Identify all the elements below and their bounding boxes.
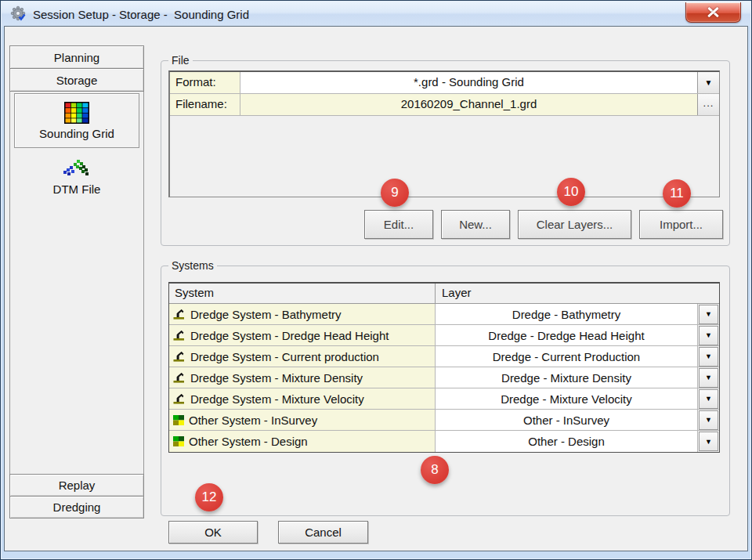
sidebar-tab-dredging[interactable]: Dredging	[9, 496, 144, 518]
format-dropdown-button[interactable]: ▼	[697, 72, 719, 93]
chevron-down-icon: ▼	[705, 331, 712, 339]
table-header: System Layer	[169, 284, 719, 304]
chevron-down-icon: ▼	[705, 310, 712, 318]
sidebar-tab-replay[interactable]: Replay	[9, 474, 144, 497]
system-cell[interactable]: Dredge System - Dredge Head Height	[169, 325, 436, 345]
systems-table: System Layer Dredge System - BathymetryD…	[168, 282, 720, 453]
sidebar-tab-label: Replay	[59, 479, 96, 492]
file-group-label: File	[168, 54, 193, 67]
chevron-down-icon: ▼	[705, 352, 712, 360]
sidebar-tab-storage[interactable]: Storage	[9, 68, 144, 92]
sidebar-item-label: DTM File	[53, 182, 101, 196]
edit-button[interactable]: Edit...	[364, 210, 433, 239]
column-header-layer: Layer	[436, 284, 719, 303]
import-button[interactable]: Import...	[639, 210, 723, 239]
table-row: Dredge System - Mixture DensityDredge - …	[169, 367, 719, 388]
system-cell[interactable]: Dredge System - Mixture Density	[169, 367, 436, 388]
layer-cell[interactable]: Dredge - Current Production	[436, 346, 698, 367]
chevron-down-icon: ▼	[705, 374, 712, 381]
sidebar-tab-label: Dredging	[53, 500, 101, 514]
system-cell[interactable]: Dredge System - Mixture Velocity	[169, 388, 436, 409]
system-cell-label: Other System - Design	[189, 435, 308, 448]
table-row: Other System - InSurveyOther - InSurvey▼	[169, 410, 719, 431]
dredge-system-icon	[173, 372, 186, 383]
system-cell-label: Dredge System - Mixture Density	[190, 371, 363, 385]
annotation-badge-11: 11	[663, 179, 691, 208]
system-cell-label: Dredge System - Bathymetry	[190, 308, 342, 321]
systems-group-label: Systems	[168, 259, 217, 272]
layer-dropdown-button[interactable]: ▼	[699, 432, 718, 451]
chevron-down-icon: ▼	[705, 438, 712, 446]
annotation-badge-12: 12	[195, 483, 223, 511]
layer-dropdown-button[interactable]: ▼	[699, 389, 718, 409]
browse-button[interactable]: ...	[697, 94, 719, 115]
layer-dropdown: ▼	[698, 410, 719, 430]
system-cell[interactable]: Other System - Design	[169, 431, 436, 452]
layer-dropdown-button[interactable]: ▼	[699, 326, 718, 345]
dredge-system-icon	[173, 330, 186, 341]
dredge-system-icon	[173, 309, 186, 320]
filename-label: Filename:	[170, 94, 240, 115]
format-label: Format:	[170, 72, 240, 93]
close-button[interactable]	[685, 2, 741, 23]
clear-layers-button[interactable]: Clear Layers...	[518, 210, 631, 239]
dialog-window: Session Setup - Storage - Sounding Grid …	[0, 0, 752, 560]
system-cell-label: Dredge System - Dredge Head Height	[190, 329, 389, 342]
sidebar: Planning Storage Sounding Grid	[9, 45, 144, 518]
table-row: Dredge System - BathymetryDredge - Bathy…	[169, 304, 719, 325]
sidebar-item-sounding-grid[interactable]: Sounding Grid	[14, 93, 139, 148]
sounding-grid-icon	[64, 102, 89, 124]
dredge-system-icon	[173, 351, 186, 362]
layer-dropdown-button[interactable]: ▼	[699, 347, 718, 367]
format-value[interactable]: *.grd - Sounding Grid	[240, 72, 697, 93]
titlebar[interactable]: Session Setup - Storage - Sounding Grid	[2, 2, 750, 27]
table-row: Dredge System - Current productionDredge…	[169, 346, 719, 367]
layer-cell[interactable]: Dredge - Mixture Velocity	[436, 388, 698, 409]
system-cell-label: Dredge System - Mixture Velocity	[190, 392, 364, 406]
other-system-icon	[173, 436, 184, 446]
column-header-system: System	[169, 284, 436, 303]
system-cell[interactable]: Other System - InSurvey	[169, 410, 436, 430]
sidebar-tab-label: Storage	[56, 74, 98, 87]
table-row: Dredge System - Dredge Head HeightDredge…	[169, 325, 719, 346]
dredge-system-icon	[173, 393, 186, 404]
sidebar-tab-label: Planning	[54, 51, 99, 64]
layer-dropdown: ▼	[698, 388, 719, 409]
system-cell[interactable]: Dredge System - Bathymetry	[169, 304, 436, 324]
layer-dropdown-button[interactable]: ▼	[699, 410, 718, 430]
dtm-file-icon	[61, 157, 92, 179]
app-gear-icon	[10, 5, 27, 23]
layer-dropdown: ▼	[698, 325, 719, 345]
layer-cell[interactable]: Dredge - Dredge Head Height	[436, 325, 698, 345]
other-system-icon	[173, 415, 184, 425]
close-icon	[707, 6, 720, 18]
layer-cell[interactable]: Other - Design	[436, 431, 698, 452]
chevron-down-icon: ▼	[705, 78, 713, 87]
layer-dropdown: ▼	[698, 304, 719, 324]
layer-cell[interactable]: Dredge - Bathymetry	[436, 304, 698, 324]
system-cell[interactable]: Dredge System - Current production	[169, 346, 436, 367]
layer-dropdown-button[interactable]: ▼	[699, 305, 718, 324]
file-grid: Format: *.grd - Sounding Grid ▼ Filename…	[168, 70, 720, 197]
annotation-badge-10: 10	[557, 178, 585, 206]
new-button[interactable]: New...	[441, 210, 510, 239]
layer-cell[interactable]: Other - InSurvey	[436, 410, 698, 430]
table-row: Dredge System - Mixture VelocityDredge -…	[169, 388, 719, 410]
annotation-badge-8: 8	[421, 456, 449, 484]
sidebar-tab-planning[interactable]: Planning	[9, 45, 144, 69]
layer-cell[interactable]: Dredge - Mixture Density	[436, 367, 698, 388]
ok-button[interactable]: OK	[168, 521, 258, 544]
format-row: Format: *.grd - Sounding Grid ▼	[170, 72, 719, 94]
sidebar-item-dtm-file[interactable]: DTM File	[14, 151, 139, 201]
table-row: Other System - DesignOther - Design▼	[169, 431, 719, 452]
sidebar-item-label: Sounding Grid	[39, 127, 114, 140]
layer-dropdown: ▼	[698, 367, 719, 388]
filename-input[interactable]: 20160209_Channel_1.grd	[240, 94, 697, 115]
annotation-badge-9: 9	[381, 179, 409, 207]
cancel-button[interactable]: Cancel	[278, 521, 368, 544]
window-title: Session Setup - Storage - Sounding Grid	[33, 8, 249, 21]
layer-dropdown-button[interactable]: ▼	[699, 368, 718, 388]
filename-row: Filename: 20160209_Channel_1.grd ...	[170, 94, 719, 116]
chevron-down-icon: ▼	[705, 395, 712, 403]
system-cell-label: Other System - InSurvey	[189, 414, 317, 427]
